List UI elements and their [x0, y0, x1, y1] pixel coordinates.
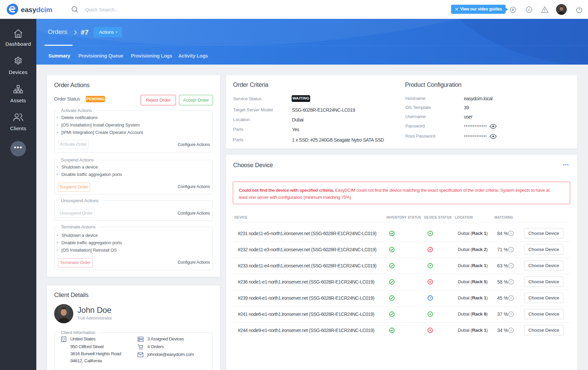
svg-text:?: ?	[510, 232, 512, 235]
svg-text:?: ?	[510, 264, 512, 268]
svg-text:?: ?	[429, 296, 431, 300]
svg-text:?: ?	[510, 312, 512, 316]
svg-text:?: ?	[510, 248, 512, 252]
svg-text:?: ?	[510, 329, 512, 332]
svg-text:?: ?	[510, 296, 512, 300]
svg-text:?: ?	[510, 280, 512, 284]
